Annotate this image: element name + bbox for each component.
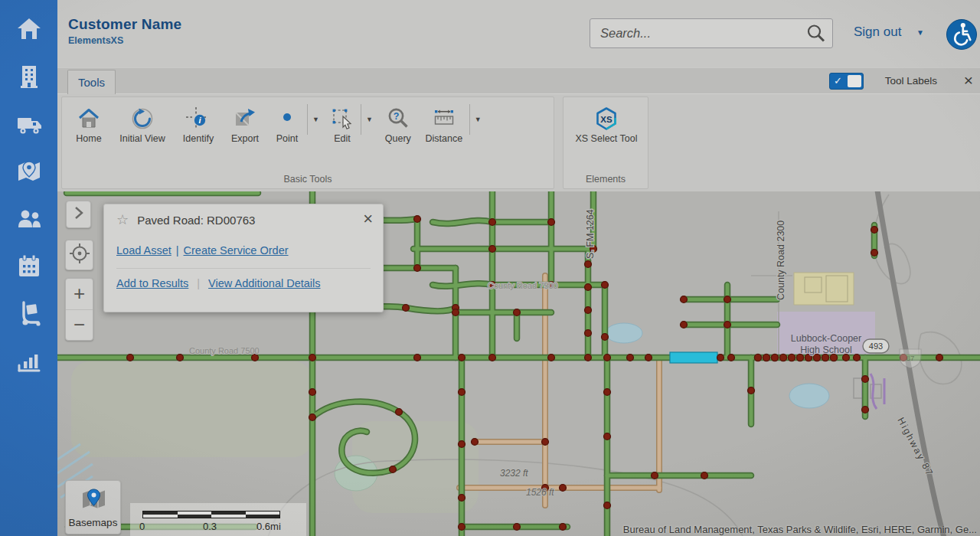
initial-view-icon	[129, 104, 155, 132]
check-icon: ✓	[834, 75, 842, 87]
chevron-right-icon	[72, 204, 86, 224]
tool-distance[interactable]: Distance ▼	[421, 104, 484, 144]
separator	[307, 104, 308, 135]
add-to-results-link[interactable]: Add to Results	[116, 277, 188, 289]
tool-label: Initial View	[119, 133, 165, 144]
tool-label: Distance	[426, 133, 463, 144]
export-icon	[232, 104, 258, 132]
zoom-in-button[interactable]: +	[66, 279, 93, 310]
basemaps-label: Basemaps	[69, 517, 118, 528]
scale-bar: 0 0.3 0.6mi	[130, 503, 306, 536]
wheelchair-icon	[948, 19, 975, 50]
tool-query[interactable]: ? Query	[380, 104, 416, 144]
tool-home[interactable]: Home	[69, 104, 109, 144]
link-separator: |	[197, 277, 200, 289]
toolbar-group-basic-tools: Home Initial View i Identify Export	[61, 96, 554, 189]
toolbar-group-elements: XS XS Select Tool Elements	[563, 96, 648, 189]
measurement-label-2: 1526 ft	[526, 487, 554, 498]
scale-label-mid: 0.3	[203, 521, 217, 532]
search-icon[interactable]	[805, 23, 826, 44]
sidebar-item-map[interactable]	[13, 158, 45, 188]
group-caption-elements: Elements	[564, 174, 648, 185]
zoom-controls: + −	[65, 278, 93, 341]
popup-divider	[116, 268, 371, 269]
point-dropdown[interactable]: ▼	[305, 104, 322, 135]
app-sidebar	[0, 0, 57, 536]
tool-edit[interactable]: Edit ▼	[326, 104, 375, 144]
hand-truck-icon	[15, 299, 44, 332]
road-label-cr2300: County Road 2300	[776, 221, 786, 300]
chevron-down-icon: ▼	[472, 116, 484, 123]
sidebar-item-reports[interactable]	[13, 348, 45, 377]
scale-label-start: 0	[139, 521, 145, 532]
tab-tools[interactable]: Tools	[67, 70, 116, 94]
create-service-order-link[interactable]: Create Service Order	[184, 244, 289, 257]
tool-labels-label: Tool Labels	[885, 75, 937, 87]
view-additional-details-link[interactable]: View Additional Details	[208, 277, 320, 289]
tool-initial-view[interactable]: Initial View	[113, 104, 172, 144]
map-canvas[interactable]: 493 87 S. FM 1264 County Road 2300 Count…	[57, 191, 980, 536]
sign-out-button[interactable]: Sign out	[854, 25, 901, 40]
accessibility-button[interactable]	[946, 19, 977, 50]
tool-point[interactable]: Point ▼	[270, 104, 322, 144]
tool-labels-toggle[interactable]: ✓	[829, 73, 864, 90]
xs-logo-text: XS	[600, 114, 612, 123]
tool-identify[interactable]: i Identify	[176, 104, 220, 144]
sign-out-chevron-down-icon[interactable]: ▼	[916, 28, 924, 37]
sidebar-item-fleet[interactable]	[13, 110, 45, 140]
scale-bar-track	[142, 511, 280, 518]
popup-close-icon[interactable]: ×	[363, 209, 373, 229]
xs-logo-icon: XS	[593, 104, 619, 132]
calendar-icon	[15, 252, 44, 284]
point-icon	[274, 104, 300, 132]
expand-panel-button[interactable]	[66, 201, 91, 228]
sidebar-item-people[interactable]	[13, 205, 45, 235]
customer-name-title: Customer Name	[68, 16, 181, 33]
toolbar-panel: Home Initial View i Identify Export	[57, 93, 980, 191]
school-label-line1: Lubbock-Cooper	[791, 333, 861, 344]
basemaps-button[interactable]: Basemaps	[65, 480, 121, 534]
basemap-icon	[80, 486, 107, 515]
building-icon	[15, 62, 44, 94]
measurement-label-1: 3232 ft	[500, 468, 528, 479]
selected-road-segment[interactable]	[670, 352, 717, 363]
distance-dropdown[interactable]: ▼	[467, 104, 484, 135]
app-title-block: Customer Name ElementsXS	[68, 16, 181, 46]
bar-chart-icon	[15, 347, 44, 379]
tool-xs-select[interactable]: XS XS Select Tool	[570, 104, 643, 144]
query-mark: ?	[394, 111, 400, 122]
road-label-fm1264: S. FM 1264	[585, 209, 596, 259]
load-asset-link[interactable]: Load Asset	[116, 244, 172, 257]
tool-label: Identify	[183, 133, 214, 144]
sidebar-item-home[interactable]	[13, 15, 45, 45]
tab-strip: Tools ✓ Tool Labels ×	[57, 67, 980, 93]
query-icon: ?	[385, 104, 411, 132]
popup-title: Paved Road: RD00763	[137, 214, 255, 227]
sidebar-item-facilities[interactable]	[13, 63, 45, 93]
tool-label: XS Select Tool	[575, 133, 637, 144]
locate-me-button[interactable]	[65, 240, 93, 270]
chevron-down-icon: ▼	[364, 116, 375, 123]
edit-icon	[329, 104, 355, 132]
edit-dropdown[interactable]: ▼	[358, 104, 375, 135]
tool-label: Query	[385, 133, 411, 144]
separator	[469, 104, 470, 135]
sidebar-item-materials[interactable]	[13, 300, 45, 330]
favorite-star-icon[interactable]: ☆	[116, 213, 129, 227]
route-shield-493: 493	[863, 339, 889, 353]
tool-export[interactable]: Export	[225, 104, 265, 144]
identify-icon: i	[185, 104, 211, 132]
app-subtitle: ElementsXS	[68, 35, 181, 46]
svg-text:493: 493	[869, 342, 883, 351]
road-label-main-2: County Road 7500	[488, 281, 558, 290]
toggle-knob	[848, 75, 861, 87]
zoom-out-button[interactable]: −	[66, 310, 93, 341]
tool-label: Edit	[334, 133, 351, 144]
users-icon	[15, 204, 44, 237]
group-caption-basic-tools: Basic Tools	[62, 174, 554, 185]
sidebar-item-schedule[interactable]	[13, 253, 45, 283]
close-icon[interactable]: ×	[964, 70, 973, 91]
distance-icon	[431, 104, 457, 132]
school-label-line2: High School	[800, 345, 851, 355]
search-input[interactable]	[590, 18, 833, 48]
